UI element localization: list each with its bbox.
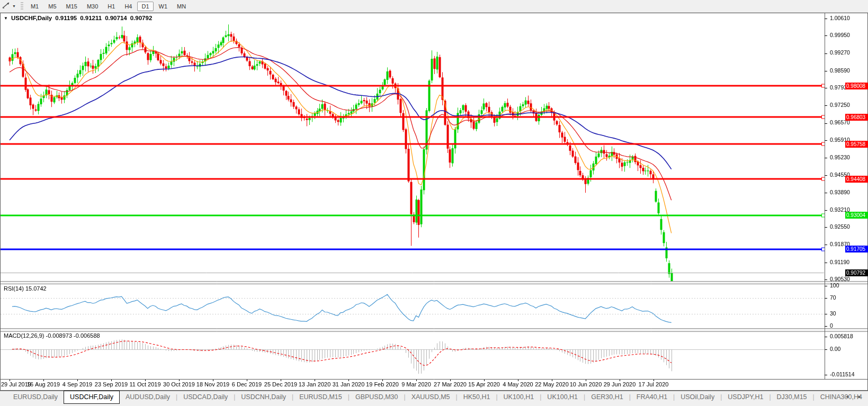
tab-eurusd-m15[interactable]: EURUSD,M15: [293, 391, 348, 404]
rsi-indicator-label: RSI(14) 15.0742: [4, 285, 47, 292]
trendline-tool-icon: [2, 2, 11, 11]
chart-tabs: EURUSD,DailyUSDCHF,DailyAUDUSD,Daily|USD…: [0, 391, 868, 404]
timeframe-button-mn[interactable]: MN: [173, 2, 190, 11]
price-line-label: 0.98008: [845, 83, 868, 89]
collapse-arrow-icon[interactable]: ▼: [4, 16, 8, 21]
tab-audusd-daily[interactable]: AUDUSD,Daily: [120, 391, 176, 404]
tab-xauusd-m5[interactable]: XAUUSD,M5: [406, 391, 456, 404]
scroll-left-icon[interactable]: ◄: [845, 394, 849, 399]
tab-fra40-h1[interactable]: FRA40,H1: [631, 391, 673, 404]
price-line-label: 0.95758: [845, 141, 868, 148]
tab-usdjpy-h1[interactable]: USDJPY,H1: [722, 391, 769, 404]
ohlc-close-value: 0.90792: [130, 15, 153, 21]
tab-ger30-h1[interactable]: GER30,H1: [585, 391, 629, 404]
tab-uk100-h1[interactable]: UK100,H1: [541, 391, 584, 404]
tab-usoil-daily[interactable]: USOil,Daily: [675, 391, 720, 404]
timeframe-button-d1[interactable]: D1: [137, 2, 153, 11]
tab-usdcad-daily[interactable]: USDCAD,Daily: [177, 391, 234, 404]
price-line-label: 0.91705: [845, 246, 868, 252]
mt4-chart-window: ▼ M1M5M15M30H1H4D1W1MN ▼ USDCHF,Daily 0.…: [0, 0, 868, 406]
tab-uk100-h1[interactable]: UK100,H1: [498, 391, 540, 404]
price-line-label: 0.94408: [845, 176, 868, 183]
scroll-right-icon[interactable]: ►: [857, 394, 862, 399]
macd-indicator-label: MACD(12,26,9) -0.008973 -0.006588: [4, 332, 100, 339]
tab-usdchf-daily[interactable]: USDCHF,Daily: [64, 391, 120, 404]
timeframe-toolbar: ▼ M1M5M15M30H1H4D1W1MN: [0, 0, 868, 13]
timeframe-button-h1[interactable]: H1: [103, 2, 119, 11]
price-line-label: 0.93004: [845, 212, 868, 219]
timeframe-button-m1[interactable]: M1: [26, 2, 43, 11]
current-price-label: 0.90792: [845, 269, 868, 276]
timeframe-button-m15[interactable]: M15: [62, 2, 82, 11]
tab-gbpusd-m30[interactable]: GBPUSD,M30: [350, 391, 404, 404]
timeframe-button-m30[interactable]: M30: [83, 2, 102, 11]
ohlc-open-value: 0.91195: [55, 15, 77, 21]
ohlc-high-value: 0.91211: [80, 15, 102, 21]
timeframe-button-h4[interactable]: H4: [120, 2, 136, 11]
ohlc-low-value: 0.90714: [105, 15, 127, 21]
price-chart-canvas[interactable]: [0, 0, 868, 406]
timeframe-button-m5[interactable]: M5: [44, 2, 60, 11]
timeframe-button-w1[interactable]: W1: [155, 2, 172, 11]
toolbar-grip-handle[interactable]: [21, 2, 23, 11]
price-line-label: 0.96803: [845, 114, 868, 121]
tab-dj30-m15[interactable]: DJ30,M15: [771, 391, 813, 404]
chart-tool-button[interactable]: ▼: [0, 0, 18, 12]
tab-usdcnh-daily[interactable]: USDCNH,Daily: [235, 391, 292, 404]
timeframe-buttons: M1M5M15M30H1H4D1W1MN: [26, 2, 191, 11]
chart-title: ▼ USDCHF,Daily 0.91195 0.91211 0.90714 0…: [4, 15, 152, 21]
tab-eurusd-daily[interactable]: EURUSD,Daily: [7, 391, 64, 404]
symbol-period-label: USDCHF,Daily: [11, 15, 52, 21]
chevron-down-icon: ▼: [12, 4, 16, 8]
tab-scroll-buttons: ◄ ►: [845, 394, 862, 399]
chart-tab-bar: EURUSD,DailyUSDCHF,DailyAUDUSD,Daily|USD…: [0, 391, 868, 406]
tab-hk50-h1[interactable]: HK50,H1: [458, 391, 496, 404]
